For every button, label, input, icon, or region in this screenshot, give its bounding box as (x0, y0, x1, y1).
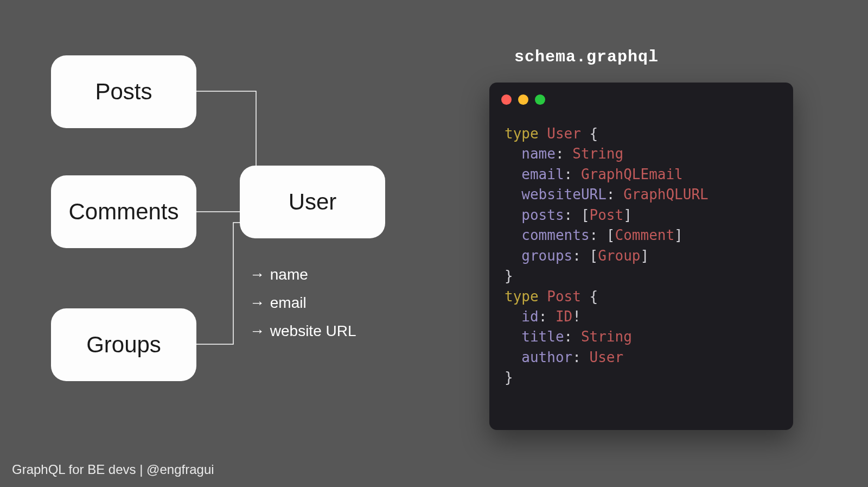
node-groups: Groups (51, 308, 196, 381)
code-content: type User { name: String email: GraphQLE… (505, 124, 709, 388)
user-field-label: name (266, 266, 308, 283)
node-posts: Posts (51, 55, 196, 128)
window-traffic-lights (501, 94, 545, 105)
user-field-item: → name (250, 261, 356, 289)
user-field-item: → email (250, 289, 356, 317)
slide-footer: GraphQL for BE devs | @engfragui (12, 462, 214, 477)
code-filename: schema.graphql (514, 48, 659, 66)
arrow-right-icon: → (250, 261, 266, 289)
user-field-item: → website URL (250, 317, 356, 345)
arrow-right-icon: → (250, 289, 266, 317)
traffic-light-minimize-icon (518, 94, 528, 105)
node-user: User (240, 166, 385, 238)
node-comments-label: Comments (68, 199, 178, 225)
diagram-area: Posts Comments Groups User → name→ email… (0, 0, 434, 487)
node-posts-label: Posts (95, 79, 152, 105)
node-comments: Comments (51, 175, 196, 248)
user-field-label: email (266, 294, 307, 311)
code-panel-area: schema.graphql type User { name: String … (434, 0, 868, 487)
node-groups-label: Groups (86, 332, 161, 358)
arrow-right-icon: → (250, 317, 266, 345)
user-fields-list: → name→ email→ website URL (250, 261, 356, 345)
traffic-light-zoom-icon (535, 94, 545, 105)
traffic-light-close-icon (501, 94, 512, 105)
node-user-label: User (289, 189, 337, 215)
user-field-label: website URL (266, 322, 356, 339)
code-window: type User { name: String email: GraphQLE… (489, 83, 793, 430)
